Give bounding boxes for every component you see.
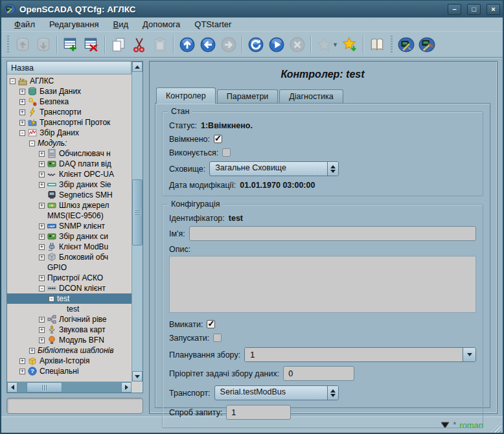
expand-icon[interactable]: + xyxy=(39,255,45,260)
running-checkbox[interactable] xyxy=(222,148,231,157)
scroll-down-button[interactable] xyxy=(132,371,143,382)
tree-item[interactable]: +Архіви-Історія xyxy=(7,356,132,366)
schedule-input[interactable] xyxy=(245,348,463,361)
expand-icon[interactable]: + xyxy=(39,275,45,281)
name-input[interactable] xyxy=(189,226,476,241)
back-button[interactable] xyxy=(198,34,218,55)
copy-item-button[interactable] xyxy=(108,34,129,55)
tree-item[interactable]: +test xyxy=(7,304,132,314)
expand-icon[interactable]: + xyxy=(19,120,25,126)
tree-item[interactable]: +Segnetics SMH xyxy=(7,190,132,200)
spinner-arrows-icon[interactable] xyxy=(327,386,338,400)
tree-item[interactable]: +Шлюз джерел xyxy=(7,200,132,211)
menu-item[interactable]: Редагування xyxy=(43,18,106,30)
add-favorite-button[interactable] xyxy=(339,34,360,55)
expand-icon[interactable]: + xyxy=(19,369,25,374)
add-item-button[interactable] xyxy=(60,34,81,55)
qtstarter-config-button[interactable] xyxy=(417,34,437,55)
menu-item[interactable]: Допомога xyxy=(136,18,187,30)
tree-item[interactable]: +Логічний ріве xyxy=(7,314,132,325)
start-checkbox[interactable] xyxy=(213,334,222,342)
collapse-icon[interactable]: - xyxy=(29,141,35,146)
tree-horizontal-scrollbar[interactable] xyxy=(7,382,132,393)
dropdown-arrow-icon[interactable] xyxy=(463,348,475,361)
enable-checkbox[interactable] xyxy=(207,320,215,328)
tree-item[interactable]: +Клієнт OPC-UA xyxy=(7,169,132,179)
tab-Параметри[interactable]: Параметри xyxy=(217,89,279,103)
start-button[interactable] xyxy=(266,34,287,55)
toolbar-drag-handle[interactable] xyxy=(6,36,10,54)
enabled-checkbox[interactable] xyxy=(214,135,222,143)
tree-item[interactable]: +Бібліотека шаблонів xyxy=(7,345,132,356)
tree-item[interactable]: +Безпека xyxy=(7,97,132,107)
expand-icon[interactable]: + xyxy=(19,99,25,105)
attempts-input[interactable] xyxy=(226,405,291,420)
expand-icon[interactable]: + xyxy=(29,348,35,354)
tree-item[interactable]: -Модуль: xyxy=(7,138,132,148)
manual-button[interactable] xyxy=(367,34,387,55)
scroll-right-button[interactable] xyxy=(121,382,132,393)
collapse-icon[interactable]: - xyxy=(10,78,16,84)
tree-item[interactable]: +Пристрої АСКО xyxy=(7,273,132,283)
maximize-button[interactable]: □ xyxy=(467,4,481,15)
tree-item[interactable]: +DAQ плати від xyxy=(7,159,132,169)
toolbar-drag-handle[interactable] xyxy=(389,36,394,54)
tree-header[interactable]: Назва xyxy=(7,62,132,74)
expand-icon[interactable]: + xyxy=(39,203,45,209)
expand-icon[interactable]: + xyxy=(39,161,45,167)
expand-icon[interactable]: + xyxy=(39,172,45,177)
expand-icon[interactable]: + xyxy=(39,337,45,343)
schedule-combobox[interactable] xyxy=(244,347,476,362)
menu-item[interactable]: QTStarter xyxy=(188,18,238,30)
qtstarter-vision-button[interactable] xyxy=(396,34,417,55)
tree-item[interactable]: +Звукова карт xyxy=(7,325,132,335)
expand-icon[interactable]: + xyxy=(19,109,25,115)
expand-icon[interactable]: + xyxy=(39,327,45,333)
resize-grip[interactable] xyxy=(490,422,501,433)
expand-icon[interactable]: + xyxy=(39,244,45,250)
cut-item-button[interactable] xyxy=(129,34,150,55)
menu-item[interactable]: Файл xyxy=(8,18,41,30)
tree-search-input[interactable] xyxy=(6,398,143,414)
expand-icon[interactable]: + xyxy=(39,223,45,229)
tree-item[interactable]: +SNMP клієнт xyxy=(7,221,132,231)
titlebar[interactable]: OpenSCADA QTCfg: АГЛКС – □ × xyxy=(1,1,503,17)
tree-item[interactable]: +Транспортні Проток xyxy=(7,117,132,128)
priority-input[interactable] xyxy=(283,366,354,381)
tree-item[interactable]: -Збір Даних xyxy=(7,128,132,138)
scroll-left-button[interactable] xyxy=(7,382,17,393)
tree-item[interactable]: +Модуль BFN xyxy=(7,335,132,345)
spinner-arrows-icon[interactable] xyxy=(327,162,338,176)
tree-item[interactable]: +Збір даних Sie xyxy=(7,179,132,190)
scroll-track[interactable] xyxy=(132,72,143,371)
tree-item[interactable]: +GPIO xyxy=(7,262,132,273)
up-button[interactable] xyxy=(177,34,198,55)
expand-icon[interactable]: + xyxy=(19,358,25,364)
tree-item[interactable]: -test xyxy=(7,293,132,304)
menu-item[interactable]: Вид xyxy=(106,18,135,30)
tree-item[interactable]: +Бази Даних xyxy=(7,86,132,97)
tree-item[interactable]: +Клієнт ModBu xyxy=(7,242,132,252)
delete-item-button[interactable] xyxy=(81,34,102,55)
tree-item[interactable]: +Обчислювач н xyxy=(7,148,132,159)
minimize-button[interactable]: – xyxy=(448,4,461,15)
expand-icon[interactable]: + xyxy=(39,151,45,157)
tree-item[interactable]: +Збір даних си xyxy=(7,231,132,242)
scroll-thumb[interactable] xyxy=(27,382,62,393)
collapse-icon[interactable]: - xyxy=(19,130,25,136)
tab-Діагностика[interactable]: Діагностика xyxy=(279,89,343,103)
collapse-icon[interactable]: - xyxy=(49,296,54,302)
expand-icon[interactable]: + xyxy=(39,234,45,240)
tree-item[interactable]: -DCON клієнт xyxy=(7,283,132,293)
refresh-button[interactable] xyxy=(246,34,266,55)
tree-item[interactable]: +Блоковий обч xyxy=(7,252,132,262)
scroll-thumb[interactable] xyxy=(132,179,143,246)
tree-item[interactable]: +Транспорти xyxy=(7,107,132,117)
tree-vertical-scrollbar[interactable] xyxy=(132,62,143,382)
transport-combobox[interactable]: Serial.testModBus xyxy=(214,385,339,400)
tab-Контролер[interactable]: Контролер xyxy=(156,87,216,104)
tree-item[interactable]: +?Спеціальні xyxy=(7,366,132,376)
close-button[interactable]: × xyxy=(487,4,500,15)
scroll-up-button[interactable] xyxy=(132,62,143,72)
collapse-icon[interactable]: - xyxy=(39,286,45,291)
